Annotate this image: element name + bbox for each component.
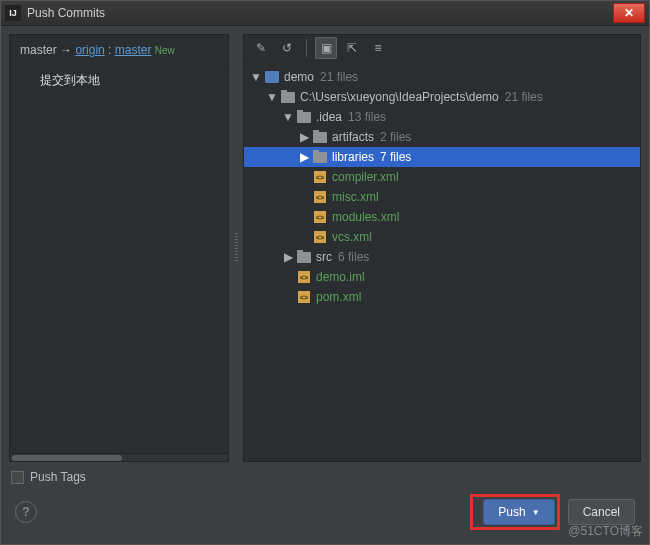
node-meta: 7 files: [380, 150, 411, 164]
node-label: demo: [284, 70, 314, 84]
tree-toggle[interactable]: ▼: [266, 90, 278, 104]
horizontal-scrollbar[interactable]: [10, 453, 228, 461]
tree-toggle[interactable]: ▶: [298, 130, 310, 144]
node-label: pom.xml: [316, 290, 361, 304]
node-label: modules.xml: [332, 210, 399, 224]
group-by-icon[interactable]: ▣: [315, 37, 337, 59]
file-node[interactable]: <>demo.iml: [244, 267, 640, 287]
node-meta: 13 files: [348, 110, 386, 124]
push-button[interactable]: Push▼: [483, 499, 554, 525]
file-node[interactable]: <>vcs.xml: [244, 227, 640, 247]
file-icon: <>: [296, 270, 312, 284]
commits-panel: master → origin : master New 提交到本地: [9, 34, 229, 462]
expand-all-icon[interactable]: ⇱: [341, 37, 363, 59]
new-badge: New: [155, 45, 175, 56]
commit-item[interactable]: 提交到本地: [10, 66, 228, 95]
node-label: artifacts: [332, 130, 374, 144]
files-toolbar: ✎ ↺ ▣ ⇱ ≡: [244, 35, 640, 61]
folder-icon: [312, 150, 328, 164]
folder-node[interactable]: ▶src6 files: [244, 247, 640, 267]
node-label: .idea: [316, 110, 342, 124]
push-tags-row: Push Tags: [11, 470, 639, 484]
node-meta: 2 files: [380, 130, 411, 144]
branch-bar: master → origin : master New: [10, 35, 228, 66]
separator: [306, 39, 307, 57]
commit-list[interactable]: 提交到本地: [10, 66, 228, 453]
titlebar[interactable]: IJ Push Commits ✕: [1, 1, 649, 26]
cancel-button[interactable]: Cancel: [568, 499, 635, 525]
node-label: misc.xml: [332, 190, 379, 204]
node-label: vcs.xml: [332, 230, 372, 244]
folder-icon: [280, 90, 296, 104]
file-node[interactable]: <>misc.xml: [244, 187, 640, 207]
push-commits-dialog: IJ Push Commits ✕ master → origin : mast…: [0, 0, 650, 545]
dialog-footer: ? Push▼ Cancel: [9, 486, 641, 536]
tree-toggle[interactable]: ▼: [282, 110, 294, 124]
folder-icon: [296, 110, 312, 124]
tree-toggle[interactable]: ▶: [298, 150, 310, 164]
node-meta: 21 files: [505, 90, 543, 104]
file-node[interactable]: <>compiler.xml: [244, 167, 640, 187]
revert-icon[interactable]: ↺: [276, 37, 298, 59]
highlight-box: Push▼: [470, 494, 559, 530]
files-panel: ✎ ↺ ▣ ⇱ ≡ ▼demo21 files▼C:\Users\xueyong…: [243, 34, 641, 462]
folder-node[interactable]: ▶libraries7 files: [244, 147, 640, 167]
chevron-down-icon: ▼: [532, 508, 540, 517]
file-icon: <>: [312, 190, 328, 204]
file-node[interactable]: <>modules.xml: [244, 207, 640, 227]
tree-toggle[interactable]: ▶: [282, 250, 294, 264]
app-icon: IJ: [5, 5, 21, 21]
file-icon: <>: [296, 290, 312, 304]
folder-icon: [312, 130, 328, 144]
project-icon: [264, 70, 280, 84]
remote-link[interactable]: origin: [75, 43, 104, 57]
changes-tree[interactable]: ▼demo21 files▼C:\Users\xueyong\IdeaProje…: [244, 61, 640, 461]
tracking-branch-link[interactable]: master: [115, 43, 152, 57]
folder-node[interactable]: ▼.idea13 files: [244, 107, 640, 127]
tree-toggle[interactable]: ▼: [250, 70, 262, 84]
push-tags-checkbox[interactable]: [11, 471, 24, 484]
folder-node[interactable]: ▶artifacts2 files: [244, 127, 640, 147]
file-node[interactable]: <>pom.xml: [244, 287, 640, 307]
close-button[interactable]: ✕: [613, 3, 645, 23]
edit-icon[interactable]: ✎: [250, 37, 272, 59]
node-label: demo.iml: [316, 270, 365, 284]
folder-node[interactable]: ▼C:\Users\xueyong\IdeaProjects\demo21 fi…: [244, 87, 640, 107]
node-label: libraries: [332, 150, 374, 164]
node-meta: 21 files: [320, 70, 358, 84]
file-icon: <>: [312, 210, 328, 224]
file-icon: <>: [312, 170, 328, 184]
collapse-all-icon[interactable]: ≡: [367, 37, 389, 59]
local-branch: master: [20, 43, 57, 57]
folder-icon: [296, 250, 312, 264]
push-tags-label: Push Tags: [30, 470, 86, 484]
folder-node[interactable]: ▼demo21 files: [244, 67, 640, 87]
node-meta: 6 files: [338, 250, 369, 264]
node-label: compiler.xml: [332, 170, 399, 184]
window-title: Push Commits: [27, 6, 105, 20]
splitter[interactable]: [231, 34, 241, 462]
file-icon: <>: [312, 230, 328, 244]
node-label: C:\Users\xueyong\IdeaProjects\demo: [300, 90, 499, 104]
help-button[interactable]: ?: [15, 501, 37, 523]
node-label: src: [316, 250, 332, 264]
